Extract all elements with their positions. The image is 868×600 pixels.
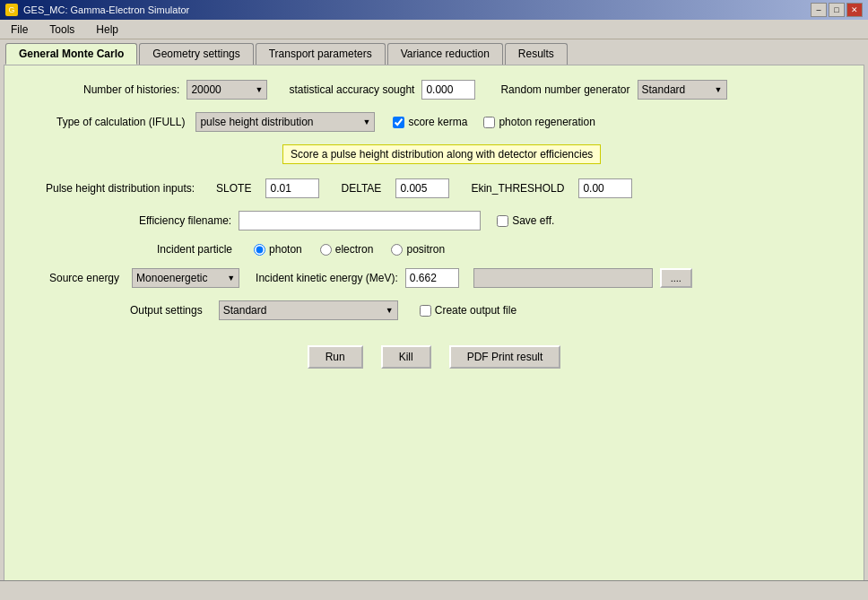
particle-positron-label[interactable]: positron [391,243,445,256]
statistical-input[interactable] [421,80,475,100]
eff-filename-input[interactable] [239,211,481,230]
close-button[interactable]: ✕ [846,3,863,17]
title-bar: G GES_MC: Gamma-Electron Simulator – □ ✕ [0,0,868,20]
tab-bar: General Monte Carlo Geometry settings Tr… [0,39,868,65]
histories-select[interactable]: 20000 ▼ [187,80,267,100]
menu-tools[interactable]: Tools [42,22,82,38]
tab-variance-reduction[interactable]: Variance reduction [387,43,503,65]
slote-input[interactable] [265,178,319,198]
info-row: Score a pulse height distribution along … [282,144,846,164]
tab-geometry-settings[interactable]: Geometry settings [139,43,253,65]
minimize-button[interactable]: – [811,3,827,17]
eff-filename-label: Efficiency filename: [139,214,231,227]
score-kerma-input[interactable] [393,117,404,128]
incident-particle-row: Incident particle photon electron positr… [76,243,846,256]
main-content: Number of histories: 20000 ▼ statistical… [4,65,864,593]
particle-electron-label[interactable]: electron [320,243,374,256]
menu-bar: File Tools Help [0,20,868,39]
particle-photon-label[interactable]: photon [254,243,302,256]
app-title: GES_MC: Gamma-Electron Simulator [23,4,189,15]
source-energy-select[interactable]: Monoenergetic ▼ [132,268,239,288]
menu-file[interactable]: File [4,22,35,38]
incident-label: Incident particle [157,243,232,256]
menu-help[interactable]: Help [89,22,126,38]
incident-ke-label: Incident kinetic energy (MeV): [256,272,398,284]
browse-button[interactable]: .... [660,268,692,288]
create-output-checkbox[interactable]: Create output file [420,304,516,317]
tab-results[interactable]: Results [505,43,568,65]
info-box: Score a pulse height distribution along … [282,144,601,164]
histories-label: Number of histories: [83,83,179,96]
output-label: Output settings [130,304,203,317]
photon-regen-input[interactable] [483,117,495,128]
photon-regen-checkbox[interactable]: photon regeneration [483,116,595,128]
app-icon: G [5,4,18,16]
save-eff-input[interactable] [497,215,508,227]
slote-label: SLOTE [216,182,251,195]
energy-extra-input[interactable] [473,268,653,288]
status-bar [0,580,868,600]
eff-row: Efficiency filename: Save eff. [139,211,846,230]
incident-ke-input[interactable] [405,268,459,288]
tab-general-monte-carlo[interactable]: General Monte Carlo [5,43,137,65]
window-controls[interactable]: – □ ✕ [811,3,863,17]
phd-row: Pulse height distribution inputs: SLOTE … [22,178,846,198]
phd-label: Pulse height distribution inputs: [46,182,195,195]
kill-button[interactable]: Kill [381,345,431,369]
pdf-print-button[interactable]: PDF Print result [449,345,561,369]
rng-select[interactable]: Standard ▼ [638,80,727,100]
tab-transport-parameters[interactable]: Transport parameters [256,43,386,65]
calc-type-row: Type of calculation (IFULL) pulse height… [22,112,846,132]
ekin-label: Ekin_THRESHOLD [471,182,564,195]
particle-photon-radio[interactable] [254,244,265,256]
save-eff-checkbox[interactable]: Save eff. [497,214,554,227]
deltae-input[interactable] [395,178,449,198]
ekin-input[interactable] [578,178,632,198]
particle-electron-radio[interactable] [320,244,332,256]
deltae-label: DELTAE [341,182,381,195]
calc-type-select[interactable]: pulse height distribution ▼ [195,112,375,132]
run-button[interactable]: Run [308,345,363,369]
histories-row: Number of histories: 20000 ▼ statistical… [22,80,846,100]
create-output-input[interactable] [420,305,431,317]
bottom-bar: Run Kill PDF Print result [22,338,846,369]
maximize-button[interactable]: □ [829,3,845,17]
score-kerma-checkbox[interactable]: score kerma [393,116,467,128]
source-energy-label: Source energy [49,272,119,284]
calc-type-label: Type of calculation (IFULL) [56,116,185,128]
rng-label: Random number generator [500,83,629,96]
output-select[interactable]: Standard ▼ [219,300,398,320]
particle-positron-radio[interactable] [391,244,403,256]
source-energy-row: Source energy Monoenergetic ▼ Incident k… [22,268,846,288]
statistical-label: statistical accuracy sought [289,83,414,96]
output-row: Output settings Standard ▼ Create output… [130,300,846,320]
